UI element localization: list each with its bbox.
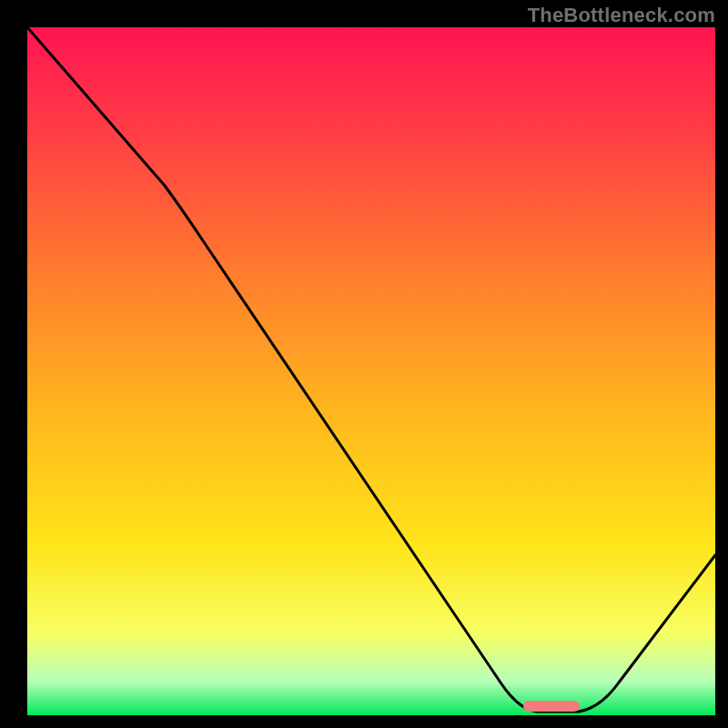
optimal-range-marker [523,701,580,712]
bottleneck-curve [27,27,715,712]
curve-svg [27,27,715,715]
plot-area [27,27,715,715]
chart-frame: TheBottleneck.com [0,0,728,728]
watermark-label: TheBottleneck.com [528,4,715,27]
